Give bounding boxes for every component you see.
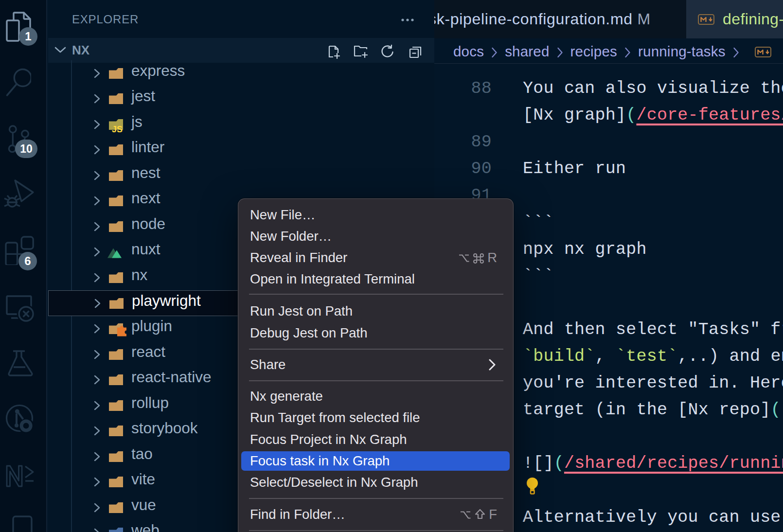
svg-text:JS: JS <box>112 124 123 134</box>
